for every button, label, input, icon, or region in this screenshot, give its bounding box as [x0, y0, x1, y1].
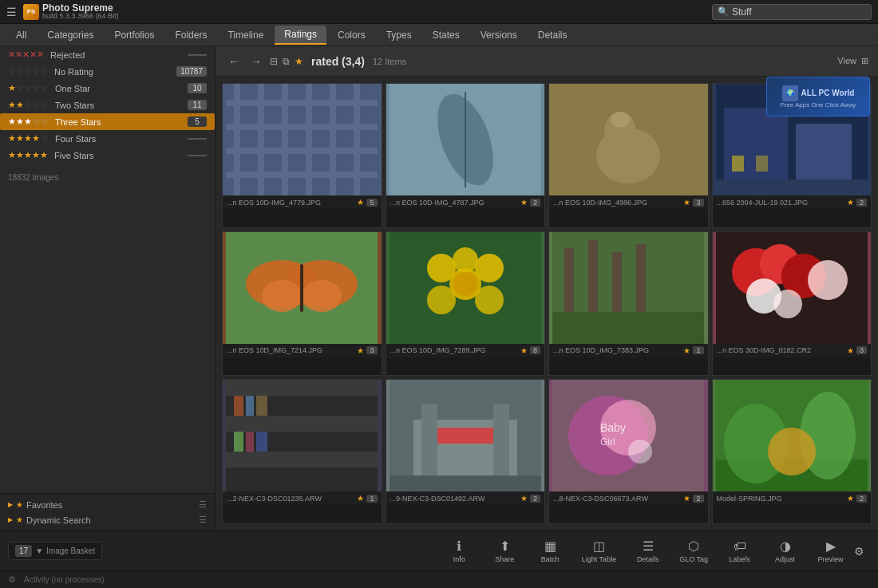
tab-colors[interactable]: Colors [328, 26, 375, 44]
photo-name: ...n EOS 10D-IMG_4787.JPG [390, 199, 518, 207]
photo-grid: ...n EOS 10D-IMG_4779.JPG ★ 5 ...n EOS 1… [216, 77, 878, 531]
photo-thumbnail [223, 232, 382, 344]
svg-rect-53 [226, 416, 378, 432]
triangle-favorites-icon: ▶ [8, 501, 13, 508]
photo-item[interactable]: ...9-NEX-C3-DSC01492.ARW ★ 2 [386, 379, 546, 524]
tab-details[interactable]: Details [528, 26, 577, 44]
details-button[interactable]: ☰ Details [626, 535, 670, 566]
photo-caption: ...n EOS 30D-IMG_0182.CR2 ★ 3 [713, 344, 872, 357]
glo-tag-button[interactable]: ⬡ GLO Tag [671, 535, 716, 566]
tab-states[interactable]: States [423, 26, 469, 44]
hamburger-icon[interactable]: ☰ [6, 6, 17, 18]
rating-count-four [188, 138, 207, 140]
photo-star-icon: ★ [847, 198, 854, 207]
photo-item[interactable]: ...n EOS 10D_IMG_7214.JPG ★ 3 [222, 231, 382, 377]
ratings-list: ✕✕✕✕✕ Rejected ☆☆☆☆☆ No Rating 10787 [0, 46, 215, 493]
nav-back-button[interactable]: ← [225, 53, 243, 69]
tab-portfolios[interactable]: Portfolios [105, 26, 164, 44]
tab-timeline[interactable]: Timeline [218, 26, 273, 44]
share-button[interactable]: ⬆ Share [483, 535, 527, 566]
photo-star-icon: ★ [847, 346, 854, 355]
photo-name: ...n EOS 10D_IMG_7214.JPG [227, 346, 354, 354]
rating-three-stars[interactable]: ★★★☆☆ Three Stars 5 [0, 113, 215, 130]
svg-rect-41 [588, 240, 598, 312]
svg-rect-29 [300, 264, 303, 312]
settings-gear-icon[interactable]: ⚙ [8, 574, 16, 585]
svg-rect-39 [552, 312, 704, 344]
photo-thumbnail [386, 232, 545, 344]
settings-icon: ⚙ [854, 545, 864, 558]
info-label: Info [453, 555, 465, 563]
svg-rect-58 [234, 432, 243, 452]
rating-count-none: 10787 [176, 66, 207, 77]
photo-item[interactable]: ...n EOS 10D-IMG_4986.JPG ★ 3 [548, 83, 709, 228]
preview-button[interactable]: ▶ Preview [809, 535, 852, 566]
tab-ratings[interactable]: Ratings [275, 26, 326, 45]
svg-point-72 [628, 440, 652, 464]
photo-caption: ...8-NEX-C3-DSC06673.ARW ★ 2 [549, 491, 708, 505]
view-label[interactable]: View [837, 56, 856, 66]
svg-rect-19 [724, 108, 788, 187]
photo-name: ...n EOS 30D-IMG_0182.CR2 [717, 346, 844, 354]
svg-rect-22 [732, 156, 744, 172]
ad-banner: 🌍 ALL PC World Free Apps One Click Away [766, 77, 870, 116]
labels-button[interactable]: 🏷 Labels [718, 536, 761, 566]
light-table-button[interactable]: ◫ Light Table [574, 535, 624, 566]
photo-name: ...n EOS 10D_IMG_7289.JPG [390, 346, 518, 354]
stack-icon[interactable]: ⧉ [283, 56, 290, 67]
tab-types[interactable]: Types [377, 26, 421, 44]
photo-thumbnail [713, 380, 872, 491]
rating-none[interactable]: ☆☆☆☆☆ No Rating 10787 [0, 63, 215, 80]
grid-view-icon[interactable]: ⊞ [861, 56, 868, 66]
rating-four-stars[interactable]: ★★★★☆ Four Stars [0, 130, 215, 147]
rating-five-stars[interactable]: ★★★★★ Five Stars [0, 147, 215, 164]
filter-icon[interactable]: ⊟ [270, 56, 278, 67]
nav-forward-button[interactable]: → [247, 53, 265, 69]
photo-thumbnail [386, 84, 545, 195]
rating-one-star[interactable]: ★☆☆☆☆ One Star 10 [0, 80, 215, 97]
photo-item[interactable]: ...n EOS 10D-IMG_4787.JPG ★ 2 [386, 83, 546, 228]
tab-categories[interactable]: Categories [38, 26, 103, 44]
photo-item[interactable]: ...n EOS 10D_IMG_7289.JPG ★ 8 [386, 231, 546, 377]
tab-folders[interactable]: Folders [165, 26, 216, 44]
tab-all[interactable]: All [6, 26, 36, 44]
dynamic-menu-icon[interactable]: ☰ [199, 515, 207, 525]
svg-rect-8 [306, 84, 312, 195]
photo-item[interactable]: ...n EOS 30D-IMG_0182.CR2 ★ 3 [712, 231, 872, 377]
photo-caption: ...n EOS 10D_IMG_7383.JPG ★ 1 [549, 344, 708, 357]
photo-thumbnail [713, 232, 872, 344]
photo-item[interactable]: ...2-NEX-C3-DSC01235.ARW ★ 1 [222, 379, 382, 524]
tab-versions[interactable]: Versions [471, 26, 527, 44]
svg-rect-55 [234, 396, 243, 416]
sidebar-favorites[interactable]: ▶ ★ Favorites ☰ [0, 497, 215, 512]
photo-star-icon: ★ [357, 494, 364, 503]
rating-two-stars[interactable]: ★★☆☆☆ Two Stars 11 [0, 97, 215, 113]
rating-rejected[interactable]: ✕✕✕✕✕ Rejected [0, 46, 215, 63]
rating-count-three: 5 [188, 116, 207, 127]
preview-label: Preview [817, 555, 843, 563]
sidebar-dynamic-search[interactable]: ▶ ★ Dynamic Search ☰ [0, 512, 215, 527]
batch-button[interactable]: ▦ Batch [528, 535, 572, 566]
photo-star-icon: ★ [683, 494, 690, 503]
settings-icon-area[interactable]: ⚙ [854, 545, 870, 558]
adjust-button[interactable]: ◑ Adjust [763, 535, 807, 566]
rating-label-rejected: Rejected [50, 50, 188, 60]
info-button[interactable]: ℹ Info [437, 535, 481, 566]
details-icon: ☰ [643, 539, 654, 554]
rating-label-five: Five Stars [54, 151, 188, 160]
svg-point-28 [302, 280, 342, 312]
triangle-dynamic-icon: ▶ [8, 516, 13, 523]
photo-item[interactable]: Model-SPRING.JPG ★ 2 [712, 379, 872, 524]
search-input[interactable] [732, 6, 866, 18]
star-filter-icon[interactable]: ★ [295, 56, 303, 67]
rating-stars-three: ★★★☆☆ [8, 116, 49, 127]
svg-rect-20 [796, 124, 852, 187]
photo-item[interactable]: ...n EOS 10D_IMG_7383.JPG ★ 1 [548, 231, 709, 377]
rating-label-four: Four Stars [55, 134, 188, 144]
favorites-menu-icon[interactable]: ☰ [199, 499, 207, 510]
basket-dropdown-icon[interactable]: ▼ [35, 547, 43, 555]
rating-label-three: Three Stars [55, 117, 188, 127]
photo-item[interactable]: BabyGirl ...8-NEX-C3-DSC06673.ARW ★ 2 [548, 379, 709, 524]
photo-item[interactable]: ...n EOS 10D-IMG_4779.JPG ★ 5 [222, 83, 382, 228]
search-bar[interactable]: 🔍 [712, 4, 872, 20]
